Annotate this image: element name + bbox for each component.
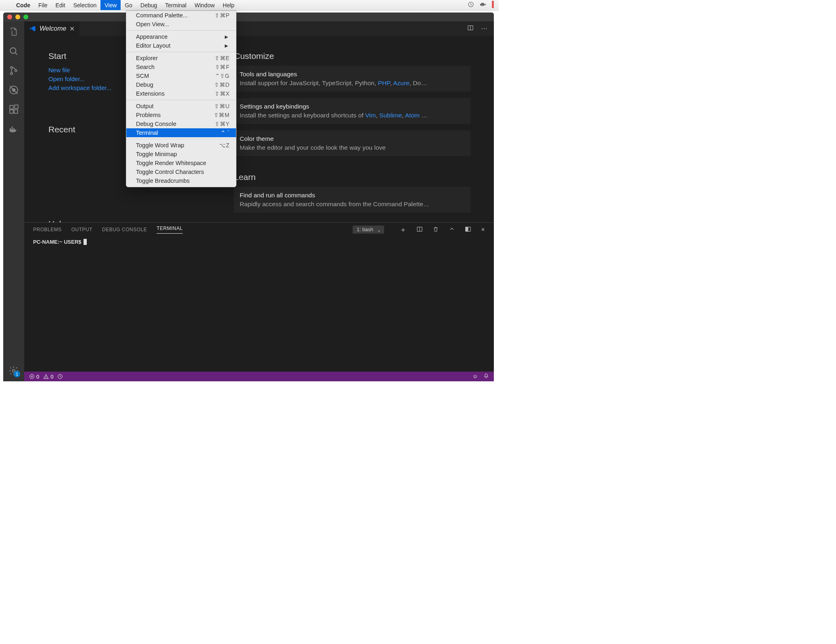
- explorer-icon[interactable]: [8, 26, 19, 38]
- menu-item-extensions[interactable]: Extensions⇧⌘X: [126, 89, 236, 98]
- menu-item-shortcut: ⇧⌘X: [215, 90, 230, 97]
- card-find-commands[interactable]: Find and run all commands Rapidly access…: [234, 187, 470, 213]
- inline-link[interactable]: Vim: [365, 112, 376, 119]
- menu-edit[interactable]: Edit: [52, 0, 69, 10]
- tab-close-icon[interactable]: ✕: [69, 25, 75, 33]
- menu-item-problems[interactable]: Problems⇧⌘M: [126, 111, 236, 119]
- card-body: Rapidly access and search commands from …: [240, 201, 465, 208]
- submenu-arrow-icon: ▶: [225, 34, 230, 40]
- menu-item-debug-console[interactable]: Debug Console⇧⌘Y: [126, 119, 236, 128]
- extensions-icon[interactable]: [8, 104, 19, 115]
- maximize-panel-icon[interactable]: [449, 226, 455, 234]
- menu-item-shortcut: ⇧⌘E: [215, 55, 230, 61]
- svg-line-8: [15, 52, 17, 54]
- svg-rect-6: [492, 1, 494, 8]
- app-name[interactable]: Code: [12, 2, 34, 8]
- split-terminal-icon[interactable]: [416, 226, 423, 234]
- card-title: Find and run all commands: [240, 192, 465, 199]
- svg-point-7: [10, 48, 16, 53]
- svg-point-10: [10, 73, 13, 75]
- svg-point-11: [15, 70, 17, 72]
- terminal-body[interactable]: PC-NAME:~ USER$: [24, 236, 494, 372]
- panel-tab-output[interactable]: OUTPUT: [71, 227, 92, 232]
- menu-item-debug[interactable]: Debug⇧⌘D: [126, 80, 236, 89]
- panel-tab-debug-console[interactable]: DEBUG CONSOLE: [102, 227, 147, 232]
- tray-red-bar-icon[interactable]: [492, 1, 494, 9]
- menu-item-output[interactable]: Output⇧⌘U: [126, 102, 236, 111]
- menu-item-appearance[interactable]: Appearance▶: [126, 32, 236, 41]
- docker-icon[interactable]: [8, 123, 19, 134]
- menu-item-shortcut: ⇧⌘P: [215, 12, 230, 19]
- status-errors[interactable]: 0: [29, 374, 39, 380]
- vscode-file-icon: [29, 25, 36, 32]
- menu-item-shortcut: ⇧⌘D: [214, 82, 230, 88]
- menu-debug[interactable]: Debug: [136, 0, 161, 10]
- card-settings-keybindings[interactable]: Settings and keybindings Install the set…: [234, 98, 470, 124]
- card-body: Install the settings and keyboard shortc…: [240, 112, 465, 119]
- menu-item-command-palette[interactable]: Command Palette...⇧⌘P: [126, 11, 236, 20]
- kill-terminal-icon[interactable]: [433, 226, 439, 234]
- menu-item-search[interactable]: Search⇧⌘F: [126, 63, 236, 71]
- panel-tab-problems[interactable]: PROBLEMS: [33, 227, 62, 232]
- more-actions-icon[interactable]: ⋯: [481, 25, 487, 33]
- menu-item-terminal[interactable]: Terminal⌃ `: [126, 128, 236, 137]
- menu-item-open-view[interactable]: Open View...: [126, 20, 236, 29]
- card-color-theme[interactable]: Color theme Make the editor and your cod…: [234, 130, 470, 156]
- svg-rect-5: [483, 3, 483, 4]
- menu-item-shortcut: ⇧⌘M: [214, 112, 230, 118]
- terminal-selector[interactable]: 1: bash: [353, 226, 384, 234]
- terminal-prompt: PC-NAME:~ USER$: [33, 239, 83, 245]
- menu-item-toggle-breadcrumbs[interactable]: Toggle Breadcrumbs: [126, 176, 236, 185]
- search-icon[interactable]: [8, 46, 19, 57]
- menu-item-scm[interactable]: SCM⌃⇧G: [126, 71, 236, 80]
- menu-file[interactable]: File: [34, 0, 52, 10]
- status-feedback-icon[interactable]: ☺: [472, 373, 478, 380]
- window-zoom-icon[interactable]: [23, 15, 28, 19]
- tray-circle-icon[interactable]: [468, 1, 474, 9]
- menu-window[interactable]: Window: [190, 0, 219, 10]
- window-close-icon[interactable]: [7, 15, 12, 19]
- menu-item-label: Toggle Control Characters: [136, 169, 204, 175]
- status-warnings[interactable]: 0: [43, 374, 53, 380]
- card-tools-languages[interactable]: Tools and languages Install support for …: [234, 66, 470, 92]
- menu-item-editor-layout[interactable]: Editor Layout▶: [126, 41, 236, 50]
- menu-item-label: Terminal: [136, 130, 158, 136]
- inline-link[interactable]: PHP: [378, 79, 390, 86]
- inline-link[interactable]: Atom: [405, 112, 420, 119]
- panel-tab-terminal[interactable]: TERMINAL: [157, 226, 183, 234]
- inline-link[interactable]: Sublime: [379, 112, 402, 119]
- menu-go[interactable]: Go: [121, 0, 136, 10]
- tab-welcome[interactable]: Welcome ✕: [24, 21, 79, 36]
- inline-link[interactable]: Azure: [393, 79, 410, 86]
- card-body: Make the editor and your code look the w…: [240, 144, 465, 151]
- menu-help[interactable]: Help: [219, 0, 238, 10]
- toggle-panel-icon[interactable]: [465, 226, 471, 234]
- menu-item-shortcut: ⌃⇧G: [215, 73, 230, 79]
- submenu-arrow-icon: ▶: [225, 43, 230, 48]
- menu-item-toggle-render-whitespace[interactable]: Toggle Render Whitespace: [126, 159, 236, 167]
- status-bell-icon[interactable]: [483, 373, 489, 380]
- split-editor-icon[interactable]: [467, 25, 474, 33]
- menu-item-label: Toggle Breadcrumbs: [136, 178, 190, 184]
- tray-docker-icon[interactable]: [480, 1, 486, 9]
- svg-rect-22: [12, 127, 13, 128]
- menu-terminal[interactable]: Terminal: [161, 0, 190, 10]
- window-minimize-icon[interactable]: [15, 15, 20, 19]
- svg-rect-21: [13, 128, 15, 130]
- close-panel-icon[interactable]: ✕: [481, 227, 485, 232]
- editor-tabbar: Welcome ✕ ⋯: [24, 21, 494, 36]
- source-control-icon[interactable]: [8, 65, 19, 76]
- settings-gear-icon[interactable]: 1: [8, 365, 19, 376]
- status-history-icon[interactable]: [57, 374, 63, 379]
- menu-item-label: Problems: [136, 112, 161, 118]
- menu-item-toggle-minimap[interactable]: Toggle Minimap: [126, 150, 236, 159]
- menu-item-explorer[interactable]: Explorer⇧⌘E: [126, 54, 236, 63]
- menu-selection[interactable]: Selection: [69, 0, 101, 10]
- menu-view[interactable]: View: [100, 0, 121, 10]
- new-terminal-icon[interactable]: ＋: [399, 225, 407, 234]
- menu-item-toggle-word-wrap[interactable]: Toggle Word Wrap⌥Z: [126, 141, 236, 150]
- menu-item-toggle-control-characters[interactable]: Toggle Control Characters: [126, 167, 236, 176]
- svg-rect-19: [10, 128, 11, 130]
- debug-icon[interactable]: [8, 84, 19, 96]
- status-bar: 0 0 ☺: [24, 372, 494, 381]
